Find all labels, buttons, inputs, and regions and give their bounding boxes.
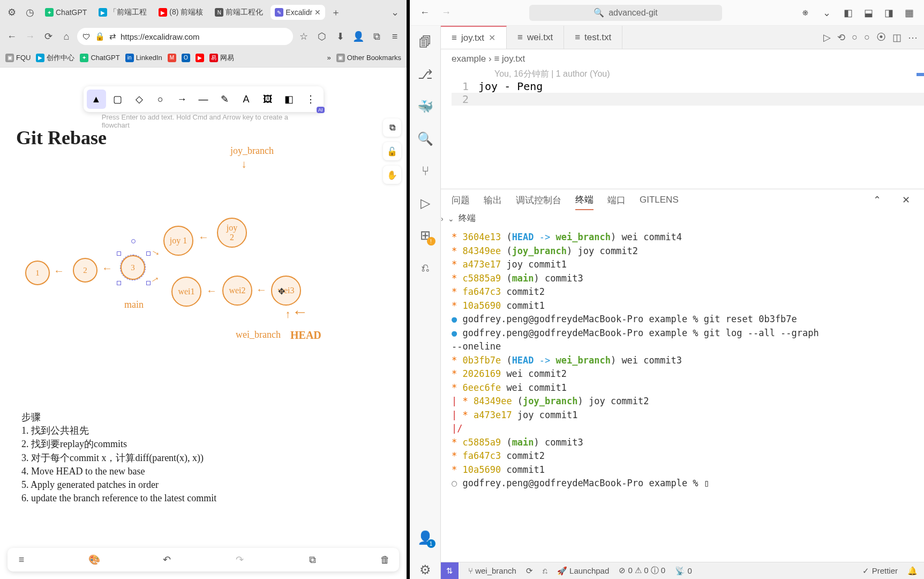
close-icon[interactable]: ✕ bbox=[314, 8, 321, 17]
tab-excalidraw[interactable]: ✎Excalidr✕ bbox=[271, 5, 325, 20]
ptab-terminal[interactable]: 终端 bbox=[575, 190, 594, 210]
gear-icon[interactable]: ⚙ bbox=[416, 561, 434, 579]
terminal-section-header[interactable]: › ⌄ 终端 bbox=[441, 211, 924, 226]
scm-icon[interactable]: ⎇ bbox=[416, 65, 434, 84]
rotate-handle[interactable] bbox=[131, 239, 136, 243]
explorer-icon[interactable]: 🗐 bbox=[416, 33, 434, 51]
tab-joy[interactable]: ≡joy.txt✕ bbox=[441, 26, 507, 49]
layout-icon[interactable]: ▦ bbox=[902, 5, 917, 20]
status-bell[interactable]: 🔔 bbox=[907, 566, 918, 576]
trash-icon[interactable]: 🗑 bbox=[378, 552, 393, 567]
status-launchpad[interactable]: 🚀 Launchpad bbox=[557, 566, 609, 576]
tool-line[interactable]: — bbox=[194, 90, 213, 109]
nav-prev-icon[interactable]: ○ bbox=[852, 32, 858, 43]
bookmark-chatgpt[interactable]: ✦ChatGPT bbox=[80, 54, 119, 62]
commit-node-joy1[interactable]: joy 1 bbox=[163, 226, 193, 256]
close-panel-icon[interactable]: ✕ bbox=[898, 192, 913, 207]
tabs-dropdown[interactable]: ⌄ bbox=[387, 5, 402, 20]
nav-forward-button[interactable]: → bbox=[439, 5, 454, 20]
tool-more[interactable]: ⋮AI bbox=[301, 90, 320, 109]
panel-bottom-icon[interactable]: ⬓ bbox=[861, 5, 876, 20]
nav-next-icon[interactable]: ○ bbox=[864, 32, 870, 43]
panel-right-icon[interactable]: ◨ bbox=[881, 5, 896, 20]
commit-node-wei3[interactable]: wei3 bbox=[271, 276, 301, 306]
breadcrumb[interactable]: example › ≡ joy.txt bbox=[441, 49, 924, 69]
ptab-ports[interactable]: 端口 bbox=[607, 191, 626, 210]
remote-indicator[interactable]: ⇅ bbox=[441, 562, 459, 579]
commit-node-2[interactable]: 2 bbox=[73, 258, 97, 283]
bookmark-fqu[interactable]: ▣FQU bbox=[5, 54, 31, 62]
git-icon[interactable]: ⑂ bbox=[416, 162, 434, 180]
tab-wei[interactable]: ≡wei.txt bbox=[507, 26, 564, 49]
close-icon[interactable]: ✕ bbox=[489, 33, 495, 43]
tool-draw[interactable]: ✎ bbox=[215, 90, 235, 109]
selection-handle[interactable] bbox=[117, 251, 121, 256]
tool-image[interactable]: 🖼 bbox=[258, 90, 277, 109]
command-center[interactable]: 🔍 advanced-git bbox=[529, 5, 722, 21]
copilot-icon[interactable]: ⎈ bbox=[798, 5, 813, 20]
chevron-down-icon[interactable]: ⌄ bbox=[819, 5, 834, 20]
excalidraw-canvas[interactable]: ▲ ▢ ◇ ○ → — ✎ A 🖼 ◧ ⋮AI Press Enter to a… bbox=[0, 68, 407, 579]
tool-select[interactable]: ▲ bbox=[87, 90, 106, 109]
home-button[interactable]: ⌂ bbox=[59, 29, 74, 44]
tab-youtube[interactable]: ▶(8) 前端核 bbox=[154, 4, 207, 20]
revert-icon[interactable]: ⟲ bbox=[837, 32, 845, 43]
chevron-up-icon[interactable]: ⌃ bbox=[869, 192, 884, 207]
commit-node-wei1[interactable]: wei1 bbox=[171, 277, 201, 307]
tool-text[interactable]: A bbox=[237, 90, 256, 109]
status-branch[interactable]: ⑂ wei_branch bbox=[468, 566, 516, 575]
redo-button[interactable]: ↷ bbox=[232, 552, 247, 567]
tab-test[interactable]: ≡test.txt bbox=[564, 26, 622, 49]
tool-arrow[interactable]: → bbox=[172, 90, 192, 109]
tab-chatgpt[interactable]: ✦ChatGPT bbox=[41, 5, 91, 20]
more-icon[interactable]: ⋯ bbox=[908, 32, 918, 43]
bookmarks-overflow[interactable]: » bbox=[327, 54, 331, 62]
download-icon[interactable]: ⬇ bbox=[333, 29, 348, 44]
ptab-debug[interactable]: 调试控制台 bbox=[516, 191, 561, 210]
status-ports[interactable]: 📡 0 bbox=[675, 566, 692, 576]
extensions-icon[interactable]: ⧉ bbox=[369, 29, 384, 44]
ptab-output[interactable]: 输出 bbox=[484, 191, 502, 210]
status-graph[interactable]: ⎌ bbox=[543, 566, 547, 575]
selection-handle[interactable] bbox=[117, 281, 121, 285]
debug-icon[interactable]: ▷ bbox=[416, 194, 434, 212]
graph-icon[interactable]: ⎌ bbox=[416, 258, 434, 277]
hand-icon[interactable]: ✋ bbox=[383, 166, 401, 184]
new-tab-button[interactable]: ＋ bbox=[328, 5, 343, 20]
bookmark-linkedin[interactable]: inLinkedIn bbox=[125, 54, 162, 62]
tool-ellipse[interactable]: ○ bbox=[151, 90, 170, 109]
back-button[interactable]: ← bbox=[4, 29, 19, 44]
commit-node-1[interactable]: 1 bbox=[25, 261, 50, 285]
tab-notion[interactable]: N前端工程化 bbox=[211, 4, 267, 20]
clock-icon[interactable]: ◷ bbox=[22, 5, 37, 20]
lock-icon[interactable]: 🔓 bbox=[383, 142, 401, 160]
library-icon[interactable]: ⧉ bbox=[383, 118, 401, 137]
play-icon[interactable]: ▷ bbox=[823, 32, 831, 43]
menu-button[interactable]: ≡ bbox=[14, 552, 29, 567]
code-editor[interactable]: 1joy - Peng 2 bbox=[441, 80, 924, 106]
menu-icon[interactable]: ≡ bbox=[387, 29, 402, 44]
gear-icon[interactable]: ⚙ bbox=[4, 5, 19, 20]
bookmark-outlook[interactable]: O bbox=[182, 54, 190, 62]
ptab-gitlens[interactable]: GITLENS bbox=[640, 191, 679, 209]
search-icon[interactable]: 🔍 bbox=[416, 130, 434, 148]
tool-rectangle[interactable]: ▢ bbox=[108, 90, 127, 109]
minimap[interactable] bbox=[913, 73, 924, 212]
bookmark-gmail[interactable]: M bbox=[168, 54, 176, 62]
split-icon[interactable]: ◫ bbox=[892, 32, 902, 43]
extensions-icon[interactable]: ⊞! bbox=[416, 226, 434, 244]
docker-icon[interactable]: 🐳 bbox=[416, 98, 434, 116]
other-bookmarks[interactable]: ▣Other Bookmarks bbox=[336, 54, 401, 62]
pocket-icon[interactable]: ⬡ bbox=[314, 29, 329, 44]
forward-button[interactable]: → bbox=[22, 29, 37, 44]
palette-icon[interactable]: 🎨 bbox=[87, 552, 102, 567]
commit-node-3[interactable]: 3 bbox=[121, 255, 145, 280]
bookmark-youtube[interactable]: ▶ bbox=[196, 54, 204, 62]
commit-node-joy2[interactable]: joy 2 bbox=[217, 218, 247, 248]
compare-icon[interactable]: ⦿ bbox=[876, 32, 886, 43]
bookmark-bilibili[interactable]: ▶创作中心 bbox=[36, 53, 74, 63]
tool-eraser[interactable]: ◧ bbox=[280, 90, 299, 109]
panel-left-icon[interactable]: ◧ bbox=[840, 5, 855, 20]
star-icon[interactable]: ☆ bbox=[296, 29, 311, 44]
copy-icon[interactable]: ⧉ bbox=[305, 552, 320, 567]
